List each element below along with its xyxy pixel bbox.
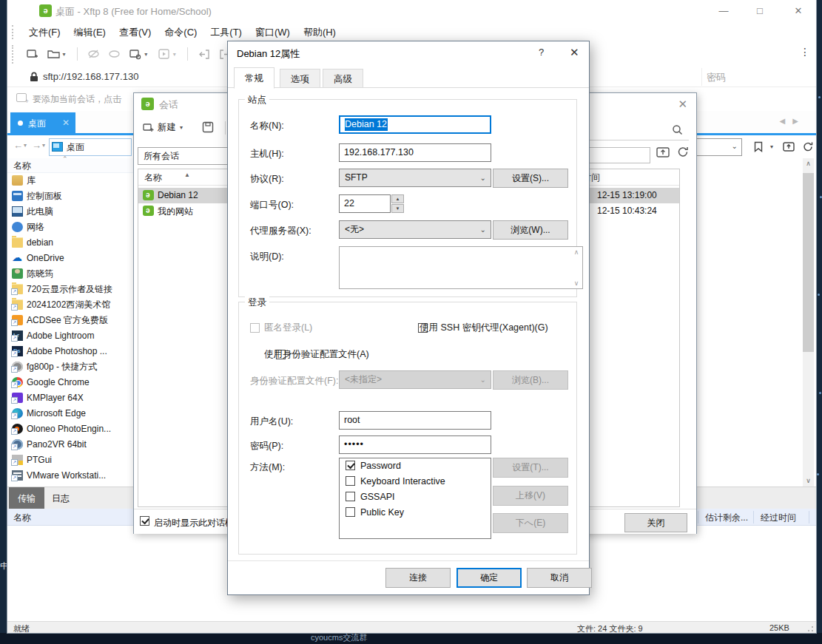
method-item[interactable]: Keyboard Interactive xyxy=(340,474,491,489)
tree-item[interactable]: 此电脑 xyxy=(7,204,133,220)
search-icon[interactable] xyxy=(672,124,683,135)
bookmark-caret-icon[interactable]: ▾ xyxy=(768,139,775,154)
column-header[interactable]: 经过时间 xyxy=(761,512,796,524)
tab-transfer[interactable]: 传输 xyxy=(9,487,44,509)
menu-item[interactable]: 编辑(E) xyxy=(67,22,112,43)
tab-scroll-arrows[interactable]: ◀▶ xyxy=(780,117,806,125)
description-textarea[interactable]: ∧ ∨ xyxy=(339,246,583,289)
ok-button[interactable]: 确定 xyxy=(457,568,522,588)
tree-item[interactable]: 720云显示作者及链接 xyxy=(7,282,133,297)
tree-item[interactable]: debian xyxy=(7,235,133,251)
scroll-up-icon[interactable]: ∧ xyxy=(803,158,814,169)
method-checkbox[interactable] xyxy=(346,507,355,517)
scroll-down-icon[interactable]: ∨ xyxy=(803,475,814,487)
column-header[interactable]: 估计剩余... xyxy=(705,512,748,524)
refresh-icon[interactable] xyxy=(801,139,815,154)
new-session-button[interactable]: 新建 ▾ xyxy=(140,118,186,137)
protocol-combo[interactable]: SFTP⌄ xyxy=(339,169,491,187)
session-url[interactable]: sftp://192.168.177.130 xyxy=(43,71,138,82)
menu-item[interactable]: 帮助(H) xyxy=(297,22,343,43)
tree-item[interactable]: ACDSee 官方免费版 xyxy=(7,313,133,328)
new-session-caret-icon[interactable]: ▾ xyxy=(180,124,183,131)
tree-item[interactable]: Oloneo PhotoEngin... xyxy=(7,421,133,437)
forward-icon[interactable]: → xyxy=(32,140,41,151)
open-folder-icon[interactable] xyxy=(44,45,62,63)
tree-item[interactable]: Google Chrome xyxy=(7,375,133,390)
connect-button[interactable]: 连接 xyxy=(385,568,451,588)
menu-item[interactable]: 窗口(W) xyxy=(249,22,297,43)
tab-高级[interactable]: 高级 xyxy=(323,69,363,88)
method-item[interactable]: Password xyxy=(340,458,491,474)
back-icon[interactable]: ← xyxy=(13,140,23,151)
local-path-box[interactable]: 桌面 xyxy=(49,138,132,156)
tree-item[interactable]: KMPlayer 64X xyxy=(7,390,133,406)
tree-item[interactable]: Microsoft Edge xyxy=(7,406,133,421)
tree-item[interactable]: PTGui xyxy=(7,453,133,468)
column-separator[interactable] xyxy=(809,511,809,523)
cancel-button[interactable]: 取消 xyxy=(527,568,592,588)
proxy-combo[interactable]: <无>⌄ xyxy=(339,220,491,239)
menu-item[interactable]: 文件(F) xyxy=(22,22,67,43)
close-session-dialog-button[interactable]: 关闭 xyxy=(624,513,687,532)
tree-item[interactable]: Pano2VR 64bit xyxy=(7,437,133,453)
add-favorite-icon[interactable] xyxy=(16,93,27,102)
close-button[interactable]: ✕ xyxy=(782,0,815,22)
session-dialog-close-icon[interactable]: ✕ xyxy=(678,98,687,111)
toolbar-overflow-icon[interactable]: ⋮ xyxy=(800,46,810,58)
tab-选项[interactable]: 选项 xyxy=(280,69,320,88)
vertical-scrollbar[interactable]: ∧ ∨ xyxy=(803,158,814,487)
method-checkbox[interactable] xyxy=(346,492,355,501)
forward-caret-icon[interactable]: ▾ xyxy=(42,142,45,149)
open-folder-caret-icon[interactable]: ▾ xyxy=(62,51,70,58)
name-column-header[interactable]: 名称 xyxy=(144,172,162,184)
method-checkbox[interactable] xyxy=(346,461,355,470)
scroll-up-icon[interactable]: ∧ xyxy=(571,248,582,256)
session-refresh-icon[interactable] xyxy=(676,146,690,158)
menu-item[interactable]: 命令(C) xyxy=(158,22,203,43)
host-input[interactable]: 192.168.177.130 xyxy=(339,143,491,162)
help-icon[interactable]: ? xyxy=(539,47,544,58)
tree-item[interactable]: 网络 xyxy=(7,220,133,235)
menu-item[interactable]: 工具(T) xyxy=(203,22,249,43)
method-item[interactable]: Public Key xyxy=(340,505,491,521)
tree-item[interactable]: 陈晓筠 xyxy=(7,266,133,282)
scrollbar-thumb[interactable] xyxy=(803,173,814,352)
spin-up-icon[interactable]: ▲ xyxy=(391,194,404,203)
spin-down-icon[interactable]: ▼ xyxy=(391,204,404,213)
tree-item[interactable]: Adobe Lightroom xyxy=(7,328,133,344)
new-session-icon[interactable] xyxy=(24,45,41,63)
tree-item[interactable]: 20241202西湖美术馆 xyxy=(7,297,133,313)
tree-item[interactable]: OneDrive xyxy=(7,251,133,266)
folder-up-icon[interactable] xyxy=(781,139,796,154)
tab-常规[interactable]: 常规 xyxy=(234,67,274,89)
column-separator[interactable] xyxy=(698,511,698,523)
tree-item[interactable]: fg800p - 快捷方式 xyxy=(7,359,133,375)
minimize-button[interactable]: — xyxy=(707,0,740,22)
save-icon[interactable] xyxy=(202,121,214,133)
maximize-button[interactable]: □ xyxy=(744,0,776,22)
tree-item[interactable]: Adobe Photoshop ... xyxy=(7,344,133,359)
port-input[interactable]: 22 xyxy=(339,194,391,213)
tab-log[interactable]: 日志 xyxy=(43,487,78,509)
username-input[interactable]: root xyxy=(339,411,491,430)
password-input[interactable]: ••••• xyxy=(339,435,491,454)
proxy-browse-button[interactable]: 浏览(W)... xyxy=(493,220,568,240)
new-window-icon[interactable] xyxy=(127,45,144,63)
method-list[interactable]: PasswordKeyboard InteractiveGSSAPIPublic… xyxy=(339,458,491,539)
method-item[interactable]: GSSAPI xyxy=(340,489,491,505)
scroll-down-icon[interactable]: ∨ xyxy=(571,279,582,287)
column-separator[interactable] xyxy=(753,511,754,523)
tab-close-icon[interactable]: ✕ xyxy=(62,118,70,128)
chevron-down-icon[interactable]: ⌄ xyxy=(732,142,738,150)
method-checkbox[interactable] xyxy=(346,476,355,486)
tree-item[interactable]: 控制面板 xyxy=(7,189,133,204)
new-window-caret-icon[interactable]: ▾ xyxy=(144,51,152,58)
password-quick-field[interactable]: 密码 xyxy=(701,68,815,86)
session-folder-up-icon[interactable] xyxy=(656,146,670,158)
tree-column-header[interactable]: 名称 ⌃ xyxy=(7,158,133,173)
column-header-name[interactable]: 名称 xyxy=(13,512,31,524)
protocol-settings-button[interactable]: 设置(S)... xyxy=(493,169,568,188)
back-caret-icon[interactable]: ▾ xyxy=(24,142,27,149)
show-on-startup-checkbox[interactable] xyxy=(140,516,149,526)
tree-item[interactable]: 库 xyxy=(7,173,133,189)
